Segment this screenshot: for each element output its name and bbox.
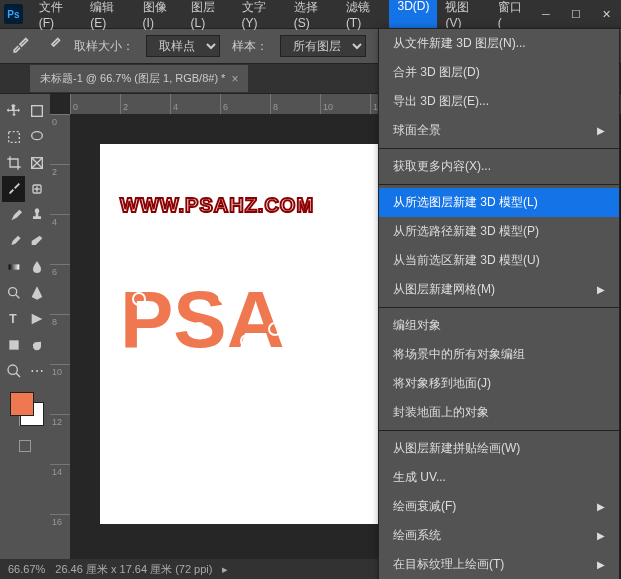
menu-item[interactable]: 从文件新建 3D 图层(N)... xyxy=(379,29,619,58)
maximize-button[interactable]: ☐ xyxy=(561,2,591,26)
menu-item-label: 获取更多内容(X)... xyxy=(393,158,491,175)
stamp-tool[interactable] xyxy=(25,202,48,228)
svg-text:T: T xyxy=(9,312,17,326)
edit-toolbar[interactable]: ⋯ xyxy=(25,358,48,384)
canvas-text-psa: PSA xyxy=(120,274,285,366)
sample-size-select[interactable]: 取样点 xyxy=(146,35,220,57)
healing-tool[interactable] xyxy=(25,176,48,202)
move-tool[interactable] xyxy=(2,98,25,124)
eyedropper-tool-icon[interactable] xyxy=(10,36,30,56)
menu-item[interactable]: 在目标纹理上绘画(T)▶ xyxy=(379,550,619,579)
menu-item[interactable]: 图层(L) xyxy=(183,0,234,34)
menu-item[interactable]: 从图层新建网格(M)▶ xyxy=(379,275,619,304)
minimize-button[interactable]: ─ xyxy=(531,2,561,26)
zoom-tool[interactable] xyxy=(2,358,25,384)
path-tool[interactable] xyxy=(25,306,48,332)
chevron-right-icon: ▶ xyxy=(597,284,605,295)
ruler-tick: 12 xyxy=(50,414,70,464)
menu-item-label: 从当前选区新建 3D 模型(U) xyxy=(393,252,540,269)
document-tab[interactable]: 未标题-1 @ 66.7% (图层 1, RGB/8#) * × xyxy=(30,65,248,92)
pen-tool[interactable] xyxy=(25,280,48,306)
ruler-tick: 0 xyxy=(70,94,120,114)
menu-item[interactable]: 合并 3D 图层(D) xyxy=(379,58,619,87)
menu-item-label: 在目标纹理上绘画(T) xyxy=(393,556,504,573)
menu-item-label: 从文件新建 3D 图层(N)... xyxy=(393,35,526,52)
document-tab-title: 未标题-1 @ 66.7% (图层 1, RGB/8#) * xyxy=(40,71,225,86)
menu-item-label: 从图层新建拼贴绘画(W) xyxy=(393,440,520,457)
menu-item[interactable]: 文字(Y) xyxy=(234,0,286,34)
shape-tool[interactable] xyxy=(2,332,25,358)
menu-item[interactable]: 图像(I) xyxy=(135,0,183,34)
crop-tool[interactable] xyxy=(2,150,25,176)
menu-item[interactable]: 封装地面上的对象 xyxy=(379,398,619,427)
menu-item[interactable]: 将对象移到地面(J) xyxy=(379,369,619,398)
menu-item[interactable]: 编组对象 xyxy=(379,311,619,340)
menu-item[interactable]: 导出 3D 图层(E)... xyxy=(379,87,619,116)
menu-item[interactable]: 绘画衰减(F)▶ xyxy=(379,492,619,521)
menu-item[interactable]: 生成 UV... xyxy=(379,463,619,492)
eyedropper-tool[interactable] xyxy=(2,176,25,202)
menu-separator xyxy=(379,430,619,431)
menu-item[interactable]: 将场景中的所有对象编组 xyxy=(379,340,619,369)
eraser-tool[interactable] xyxy=(25,228,48,254)
menu-item[interactable]: 从当前选区新建 3D 模型(U) xyxy=(379,246,619,275)
window-controls: ─ ☐ ✕ xyxy=(531,2,621,26)
svg-rect-1 xyxy=(8,132,19,143)
chevron-right-icon: ▶ xyxy=(597,530,605,541)
blur-tool[interactable] xyxy=(25,254,48,280)
menu-item-label: 编组对象 xyxy=(393,317,441,334)
history-brush-tool[interactable] xyxy=(2,228,25,254)
menu-item-label: 绘画衰减(F) xyxy=(393,498,456,515)
hand-tool[interactable] xyxy=(25,332,48,358)
close-icon[interactable]: × xyxy=(231,72,238,86)
3d-menu-dropdown: 从文件新建 3D 图层(N)...合并 3D 图层(D)导出 3D 图层(E).… xyxy=(378,28,620,579)
ruler-tick: 0 xyxy=(50,114,70,164)
svg-rect-0 xyxy=(31,106,42,117)
ruler-tick: 6 xyxy=(50,264,70,314)
menu-item[interactable]: 文件(F) xyxy=(31,0,83,34)
foreground-color-swatch[interactable] xyxy=(10,392,34,416)
frame-tool[interactable] xyxy=(25,150,48,176)
menu-separator xyxy=(379,148,619,149)
ruler-tick: 4 xyxy=(50,214,70,264)
text-tool[interactable]: T xyxy=(2,306,25,332)
chevron-right-icon: ▶ xyxy=(597,501,605,512)
menu-item[interactable]: 绘画系统▶ xyxy=(379,521,619,550)
menu-item[interactable]: 球面全景▶ xyxy=(379,116,619,145)
gradient-tool[interactable] xyxy=(2,254,25,280)
color-swatches[interactable] xyxy=(2,388,48,438)
screenmode-icon[interactable] xyxy=(19,440,31,452)
sample-select[interactable]: 所有图层 xyxy=(280,35,366,57)
document-canvas[interactable]: WWW.PSAHZ.COM PSA xyxy=(100,144,380,524)
menu-item-label: 将对象移到地面(J) xyxy=(393,375,491,392)
chevron-right-icon: ▶ xyxy=(597,125,605,136)
artboard-tool[interactable] xyxy=(25,98,48,124)
sample-size-label: 取样大小： xyxy=(74,38,134,55)
menu-item[interactable]: 编辑(E) xyxy=(82,0,134,34)
dodge-tool[interactable] xyxy=(2,280,25,306)
document-dimensions: 26.46 厘米 x 17.64 厘米 (72 ppi) xyxy=(55,562,212,577)
canvas-text-url: WWW.PSAHZ.COM xyxy=(120,194,314,217)
menu-item[interactable]: 从所选图层新建 3D 模型(L) xyxy=(379,188,619,217)
zoom-level[interactable]: 66.67% xyxy=(8,563,45,575)
menu-item[interactable]: 从图层新建拼贴绘画(W) xyxy=(379,434,619,463)
menu-item[interactable]: 选择(S) xyxy=(286,0,338,34)
titlebar: Ps 文件(F)编辑(E)图像(I)图层(L)文字(Y)选择(S)滤镜(T)3D… xyxy=(0,0,621,28)
ruler-tick: 14 xyxy=(50,464,70,514)
menu-item[interactable]: 获取更多内容(X)... xyxy=(379,152,619,181)
menu-item-label: 从所选路径新建 3D 模型(P) xyxy=(393,223,539,240)
menu-item-label: 生成 UV... xyxy=(393,469,446,486)
ruler-tick: 8 xyxy=(50,314,70,364)
brush-tool[interactable] xyxy=(2,202,25,228)
menu-separator xyxy=(379,184,619,185)
eyedropper-variant-icon[interactable] xyxy=(42,36,62,56)
ruler-vertical: 0246810121416 xyxy=(50,114,70,559)
lasso-tool[interactable] xyxy=(25,124,48,150)
menu-item[interactable]: 从所选路径新建 3D 模型(P) xyxy=(379,217,619,246)
menu-item-label: 绘画系统 xyxy=(393,527,441,544)
statusbar-arrow-icon[interactable]: ▸ xyxy=(222,563,228,576)
close-button[interactable]: ✕ xyxy=(591,2,621,26)
menu-item-label: 从所选图层新建 3D 模型(L) xyxy=(393,194,538,211)
ruler-tick: 10 xyxy=(50,364,70,414)
marquee-tool[interactable] xyxy=(2,124,25,150)
